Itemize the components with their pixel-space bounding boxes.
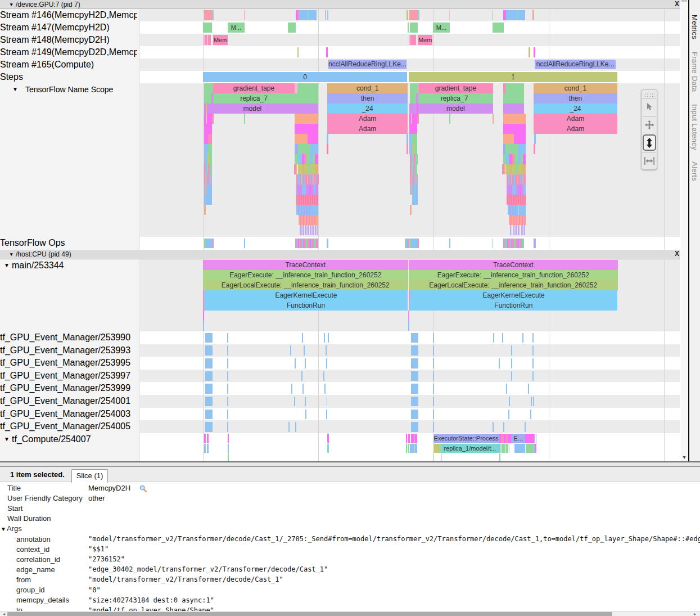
trace-slice[interactable] (507, 185, 512, 195)
trace-slice[interactable] (327, 134, 328, 144)
track-lane[interactable] (140, 382, 680, 395)
trace-slice[interactable] (410, 83, 418, 93)
trace-slice[interactable] (411, 397, 419, 407)
trace-slice[interactable] (505, 164, 510, 174)
trace-slice-functionrun[interactable]: FunctionRun (204, 300, 408, 311)
trace-slice[interactable] (324, 384, 326, 394)
trace-slice[interactable] (305, 397, 306, 407)
trace-slice[interactable] (511, 358, 512, 368)
trace-slice[interactable] (227, 422, 228, 432)
trace-slice[interactable] (204, 144, 208, 154)
zoom-tool[interactable] (643, 134, 656, 151)
trace-slice[interactable] (327, 10, 328, 20)
trace-slice[interactable] (295, 93, 318, 104)
trace-slice[interactable] (410, 23, 418, 33)
trace-slice[interactable] (288, 422, 290, 432)
trace-slice[interactable] (300, 10, 308, 20)
trace-slice[interactable] (301, 371, 302, 381)
trace-slice[interactable] (506, 444, 508, 453)
trace-slice[interactable] (315, 185, 318, 195)
collapse-arrow-icon[interactable]: ▼ (9, 2, 13, 7)
trace-slice[interactable] (294, 397, 295, 407)
trace-slice[interactable] (412, 134, 418, 144)
process-header-cpu[interactable]: ▼/host:CPU (pid 49)X (0, 250, 680, 259)
trace-slice[interactable] (205, 422, 213, 432)
trace-slice[interactable] (244, 114, 245, 124)
trace-slice[interactable] (508, 410, 509, 420)
trace-slice-replica-7[interactable]: replica_7 (213, 93, 295, 104)
trace-slice[interactable] (522, 164, 526, 174)
trace-slice-mem[interactable]: Mem (213, 35, 228, 45)
trace-slice[interactable] (408, 321, 409, 331)
trace-slice[interactable] (411, 333, 419, 343)
trace-slice[interactable] (302, 185, 306, 195)
trace-slice[interactable] (205, 397, 213, 407)
trace-slice[interactable] (521, 225, 522, 235)
trace-slice[interactable] (411, 384, 419, 394)
trace-slice[interactable] (205, 333, 213, 343)
trace-slice[interactable] (500, 444, 502, 453)
track-lane[interactable] (140, 420, 680, 433)
trace-slice[interactable] (317, 225, 318, 235)
track-lane[interactable] (140, 344, 680, 357)
trace-slice[interactable] (523, 154, 526, 164)
trace-slice[interactable] (305, 225, 306, 235)
trace-slice[interactable] (295, 422, 296, 432)
trace-slice[interactable] (326, 358, 327, 368)
trace-slice[interactable] (328, 333, 329, 343)
trace-slice[interactable] (516, 225, 517, 235)
vertical-scrollbar-thumb[interactable] (681, 0, 687, 2)
trace-slice[interactable] (493, 114, 494, 124)
timeline-track-view[interactable]: Stream #146(MemcpyH2D,MemcpyD2H)Stream #… (0, 0, 680, 461)
trace-slice[interactable] (514, 134, 526, 144)
trace-slice[interactable] (502, 444, 505, 453)
trace-slice[interactable] (449, 10, 450, 20)
trace-slice[interactable] (308, 134, 318, 144)
trace-slice[interactable] (207, 444, 209, 453)
trace-slice[interactable] (228, 444, 229, 453)
side-tab-input-latency[interactable]: Input Latency (690, 104, 699, 150)
trace-slice[interactable] (323, 371, 324, 381)
trace-slice[interactable] (295, 124, 318, 134)
close-icon[interactable]: X (672, 0, 680, 8)
trace-slice[interactable] (325, 10, 326, 20)
trace-slice[interactable] (205, 384, 213, 394)
args-collapse-icon[interactable]: ▼ (1, 526, 6, 532)
trace-slice[interactable] (533, 10, 534, 20)
trace-slice[interactable] (297, 47, 299, 57)
trace-slice[interactable] (433, 345, 434, 356)
track-lane[interactable] (140, 370, 680, 383)
trace-slice[interactable] (210, 164, 212, 174)
trace-slice-replica-7[interactable]: replica_7 (418, 93, 490, 104)
track-lane[interactable] (140, 395, 680, 408)
trace-slice-model[interactable]: model (418, 104, 493, 114)
trace-slice[interactable] (411, 371, 419, 381)
trace-slice[interactable] (408, 311, 409, 321)
trace-slice[interactable] (412, 114, 417, 124)
trace-slice[interactable] (408, 23, 409, 33)
trace-slice-then[interactable]: then (534, 93, 617, 104)
track-row-tf-compute-254007[interactable]: ▼tf_Compute/254007 (0, 433, 680, 461)
trace-slice[interactable] (295, 358, 296, 368)
trace-slice[interactable] (304, 345, 305, 356)
trace-slice-tracecontext[interactable]: TraceContext (203, 260, 408, 270)
trace-slice[interactable] (244, 239, 245, 248)
trace-slice[interactable] (414, 434, 417, 444)
trace-slice[interactable] (324, 333, 325, 343)
trace-slice[interactable] (327, 397, 328, 407)
trace-slice[interactable] (295, 134, 308, 144)
trace-slice-eagerkernelexecute[interactable]: EagerKernelExecute (204, 290, 408, 300)
trace-slice[interactable] (411, 345, 419, 356)
trace-slice-eagerlocalexecute-inference-tr[interactable]: EagerLocalExecute: __inference_train_fun… (203, 280, 408, 290)
trace-slice[interactable] (206, 239, 213, 248)
trace-slice[interactable] (433, 371, 434, 381)
trace-slice[interactable] (204, 124, 212, 134)
trace-slice[interactable] (534, 144, 535, 154)
trace-slice[interactable] (493, 23, 504, 33)
trace-slice[interactable] (291, 384, 292, 394)
trace-slice-m-[interactable]: M... (433, 23, 450, 33)
trace-slice[interactable] (525, 195, 526, 205)
horizontal-scrollbar[interactable]: ◂ ▸ (0, 611, 700, 616)
trace-slice[interactable] (411, 434, 414, 444)
trace-slice[interactable] (525, 215, 526, 225)
